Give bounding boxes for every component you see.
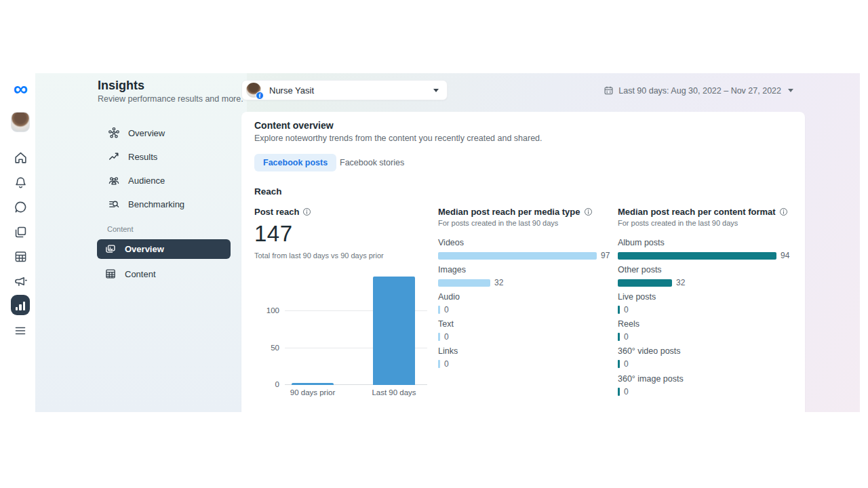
hbar-row-360-video-posts: 360° video posts 0: [618, 346, 789, 369]
hbar[interactable]: [438, 306, 440, 314]
hbar[interactable]: [438, 252, 597, 260]
hbar[interactable]: [438, 333, 440, 341]
molecule-icon: [107, 127, 120, 140]
bar-90-days-prior[interactable]: [292, 383, 334, 385]
sidebar-item-audience[interactable]: Audience: [100, 170, 236, 190]
row-value: 0: [624, 332, 629, 342]
date-range-label: Last 90 days: Aug 30, 2022 – Nov 27, 202…: [618, 86, 781, 96]
x-label-last-90-days: Last 90 days: [353, 388, 435, 396]
row-value: 0: [444, 332, 449, 342]
meta-infinity-icon: ∞: [14, 79, 27, 99]
hbar[interactable]: [438, 279, 490, 287]
megaphone-icon: [14, 274, 28, 289]
sidebar-item-label: Content: [125, 269, 156, 279]
page-selector[interactable]: f Nurse Yasit: [241, 80, 448, 100]
rail-item-posts[interactable]: [11, 222, 30, 241]
content-format-panel: Median post reach per content format For…: [618, 207, 789, 227]
rail-item-home[interactable]: [11, 148, 30, 167]
home-icon: [14, 150, 28, 165]
row-value: 0: [444, 359, 449, 369]
rail-item-insights-active[interactable]: [11, 296, 30, 314]
y-tick-0: 0: [256, 380, 279, 388]
hbar[interactable]: [618, 279, 672, 287]
post-reach-caption: Total from last 90 days vs 90 days prior: [254, 251, 384, 260]
table-icon: [104, 268, 117, 281]
row-label: Live posts: [618, 292, 789, 302]
stacked-pages-icon: [14, 225, 28, 239]
info-icon[interactable]: [779, 207, 788, 216]
hbar[interactable]: [618, 360, 620, 368]
x-label-90-days-prior: 90 days prior: [272, 388, 353, 396]
row-label: 360° video posts: [618, 346, 789, 356]
hbar-row-links: Links 0: [438, 346, 609, 369]
sidebar-item-label: Benchmarking: [128, 199, 184, 209]
row-value: 97: [601, 251, 610, 260]
meta-logo[interactable]: ∞: [11, 79, 30, 98]
row-value: 0: [624, 387, 629, 396]
y-tick-100: 100: [256, 306, 279, 314]
hbar-row-other-posts: Other posts 32: [618, 265, 789, 287]
hbar[interactable]: [438, 360, 440, 368]
row-value: 0: [444, 305, 449, 314]
chat-bubble-icon: [14, 200, 28, 214]
trend-line-icon: [107, 150, 120, 163]
sidebar-item-results[interactable]: Results: [100, 146, 236, 167]
row-value: 0: [624, 305, 629, 314]
rail-item-inbox[interactable]: [11, 197, 30, 216]
calendar-icon: [604, 85, 614, 96]
tab-facebook-stories[interactable]: Facebook stories: [331, 154, 413, 171]
row-label: Audio: [438, 292, 609, 302]
info-icon[interactable]: [302, 207, 311, 216]
info-icon[interactable]: [584, 207, 593, 216]
rail-item-ads[interactable]: [11, 272, 30, 291]
hamburger-menu-icon: [14, 324, 27, 338]
card-title: Content overview: [254, 120, 334, 131]
reach-section-heading: Reach: [254, 186, 282, 197]
sidebar-title: Insights: [98, 79, 144, 93]
sidebar-item-label: Audience: [128, 176, 165, 186]
hbar-row-audio: Audio 0: [438, 292, 609, 314]
rail-profile-avatar[interactable]: [11, 113, 30, 131]
row-label: Reels: [618, 319, 789, 329]
sidebar-item-content-overview[interactable]: Overview: [97, 239, 231, 259]
rail-item-all-tools[interactable]: [11, 321, 30, 340]
sidebar-item-label: Overview: [125, 244, 164, 254]
avatar: [11, 112, 30, 132]
rail-item-planner[interactable]: [11, 247, 30, 266]
sidebar-section-content: Content: [107, 225, 134, 233]
panel-title: Median post reach per media type: [438, 207, 580, 217]
hbar[interactable]: [618, 306, 620, 314]
y-tick-50: 50: [256, 344, 279, 352]
card-subtitle: Explore noteworthy trends from the conte…: [254, 134, 542, 143]
sidebar-item-benchmarking[interactable]: Benchmarking: [100, 194, 236, 214]
row-label: Links: [438, 346, 609, 356]
bar-last-90-days[interactable]: [373, 277, 415, 385]
sidebar-subtitle: Review performance results and more.: [98, 94, 243, 104]
hbar[interactable]: [618, 252, 776, 260]
facebook-badge-icon: f: [256, 92, 264, 100]
page-avatar: f: [246, 83, 261, 98]
insights-sidebar: Insights Review performance results and …: [35, 73, 247, 412]
sidebar-item-label: Results: [128, 152, 157, 162]
content-overview-card: Content overview Explore noteworthy tren…: [241, 112, 805, 412]
hbar[interactable]: [618, 333, 620, 341]
planner-grid-icon: [14, 249, 28, 264]
tab-facebook-posts[interactable]: Facebook posts: [254, 154, 336, 171]
sidebar-item-content[interactable]: Content: [97, 264, 231, 284]
hbar-row-live-posts: Live posts 0: [618, 292, 789, 314]
bell-icon: [14, 176, 28, 190]
sidebar-item-overview[interactable]: Overview: [100, 123, 236, 143]
media-type-panel: Median post reach per media type For pos…: [438, 207, 609, 227]
panel-title: Median post reach per content format: [618, 207, 776, 217]
tab-label: Facebook posts: [263, 158, 328, 167]
hbar-row-videos: Videos 97: [438, 238, 609, 260]
date-range-picker[interactable]: Last 90 days: Aug 30, 2022 – Nov 27, 202…: [604, 85, 793, 96]
hbar-row-reels: Reels 0: [618, 319, 789, 342]
post-reach-bar-chart: [285, 277, 427, 385]
content-frames-icon: [104, 243, 117, 256]
row-label: Other posts: [618, 265, 789, 274]
row-label: Videos: [438, 238, 609, 247]
rail-item-notifications[interactable]: [11, 173, 30, 192]
hbar[interactable]: [618, 388, 620, 396]
panel-subtitle: For posts created in the last 90 days: [618, 219, 789, 227]
